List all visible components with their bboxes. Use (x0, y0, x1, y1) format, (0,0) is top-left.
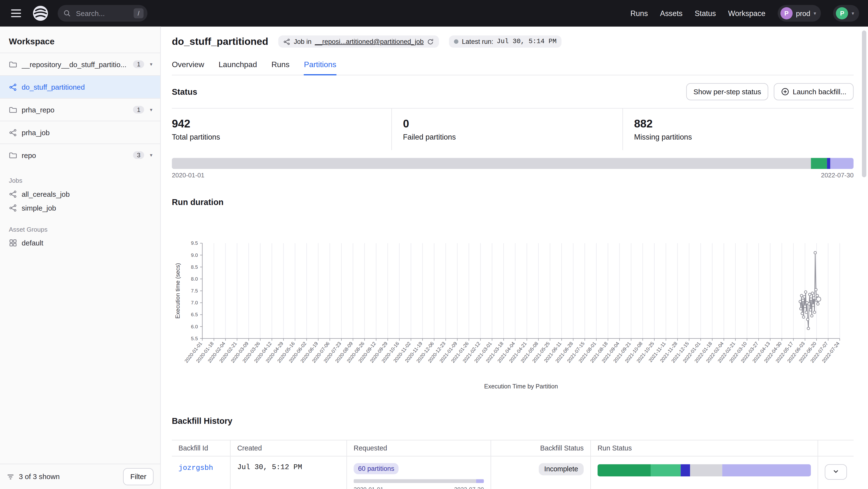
deployment-label: prod (796, 9, 810, 18)
stat-label: Failed partitions (403, 133, 612, 141)
filter-button[interactable]: Filter (123, 468, 153, 485)
sidebar-item-simple-job[interactable]: simple_job (0, 201, 160, 215)
chevron-down-icon[interactable]: ▾ (149, 106, 154, 113)
svg-text:7.5: 7.5 (191, 288, 198, 293)
sidebar-item-repo[interactable]: repo 3 ▾ (0, 143, 160, 166)
backfill-table-header: Backfill Id Created Requested Backfill S… (172, 440, 854, 457)
deployment-avatar: P (780, 7, 793, 20)
plus-circle-icon (781, 88, 789, 96)
job-icon (9, 83, 17, 91)
folder-icon (9, 60, 17, 68)
repo-label: repo (22, 151, 128, 159)
bar-segment (810, 158, 827, 169)
page-title: do_stuff_partitioned (172, 36, 269, 47)
sidebar-title: Workspace (0, 27, 160, 53)
table-row: jozrgsbh Jul 30, 5:12 PM 60 partitions 2… (172, 457, 854, 489)
backfill-id-link[interactable]: jozrgsbh (179, 463, 213, 472)
requested-range-bar (354, 479, 484, 483)
partition-status-bar[interactable] (172, 158, 854, 169)
sidebar-footer: 3 of 3 shown Filter (0, 463, 160, 489)
svg-text:6.0: 6.0 (191, 324, 198, 329)
job-label: do_stuff_partitioned (22, 83, 153, 91)
search-input[interactable] (75, 8, 131, 18)
bar-segment (597, 464, 651, 477)
app-window: / Runs Assets Status Workspace P prod ▾ … (0, 0, 868, 489)
created-timestamp: Jul 30, 5:12 PM (230, 457, 346, 489)
requested-cell: 60 partitions 2020-01-01 2022-07-30 (346, 457, 491, 489)
jobs-section-label: Jobs (0, 166, 160, 187)
count-badge: 3 (133, 151, 145, 159)
bar-segment (690, 464, 722, 477)
requested-partitions-chip[interactable]: 60 partitions (354, 463, 399, 474)
column-header-run-status: Run Status (590, 440, 817, 456)
nav-link-workspace[interactable]: Workspace (728, 9, 766, 18)
hamburger-menu-icon[interactable] (9, 7, 23, 20)
sidebar-item-prha-repo[interactable]: prha_repo 1 ▾ (0, 98, 160, 121)
stat-value: 942 (172, 118, 380, 130)
nav-link-runs[interactable]: Runs (630, 9, 648, 18)
run-status-dot (454, 39, 459, 44)
expand-row-button[interactable] (825, 464, 847, 480)
show-per-step-status-button[interactable]: Show per-step status (686, 83, 768, 100)
scrollbar-thumb[interactable] (862, 31, 866, 177)
sidebar-item-repository[interactable]: __repository__do_stuff_partitio... 1 ▾ (0, 53, 160, 75)
chevron-down-icon[interactable]: ▾ (149, 151, 154, 159)
asset-group-label: default (22, 239, 43, 247)
stat-failed-partitions: 0 Failed partitions (391, 108, 622, 150)
chevron-down-icon[interactable]: ▾ (149, 60, 154, 68)
sidebar-item-default-asset-group[interactable]: default (0, 236, 160, 250)
partition-bar-dates: 2020-01-01 2022-07-30 (172, 172, 854, 178)
svg-text:8.0: 8.0 (191, 276, 198, 282)
deployment-switcher[interactable]: P prod ▾ (778, 5, 821, 22)
job-badge-prefix: Job in (294, 38, 312, 45)
bar-segment (681, 464, 690, 477)
svg-text:8.5: 8.5 (191, 264, 198, 270)
bar-start-date: 2020-01-01 (172, 172, 205, 178)
search-icon (63, 9, 71, 17)
latest-run-time-link[interactable]: Jul 30, 5:14 PM (497, 38, 556, 45)
tab-overview[interactable]: Overview (172, 60, 204, 75)
stat-value: 0 (403, 118, 612, 130)
sidebar-item-do-stuff-partitioned[interactable]: do_stuff_partitioned (0, 75, 160, 98)
sidebar-item-prha-job[interactable]: prha_job (0, 121, 160, 143)
job-icon (9, 190, 17, 198)
latest-run-label: Latest run: (462, 38, 493, 45)
launch-backfill-button[interactable]: Launch backfill... (774, 83, 854, 100)
job-badge-target-link[interactable]: __reposi...artitioned@partitioned_job (315, 38, 424, 45)
nav-link-assets[interactable]: Assets (660, 9, 683, 18)
job-label: simple_job (22, 204, 56, 212)
job-icon (9, 204, 17, 212)
requested-start-date: 2020-01-01 (354, 486, 383, 489)
workspace-sidebar: Workspace __repository__do_stuff_partiti… (0, 27, 161, 489)
asset-group-icon (9, 239, 17, 247)
repo-label: __repository__do_stuff_partitio... (22, 60, 128, 68)
shown-count-label: 3 of 3 shown (19, 472, 60, 481)
column-header-backfill-status: Backfill Status (491, 440, 590, 456)
job-label: all_cereals_job (22, 190, 70, 198)
repo-label: prha_repo (22, 106, 128, 114)
user-menu[interactable]: P ▾ (833, 5, 859, 22)
bar-segment (354, 479, 476, 483)
launch-backfill-label: Launch backfill... (793, 88, 846, 96)
navbar-left: / (9, 4, 148, 23)
tab-launchpad[interactable]: Launchpad (219, 60, 257, 75)
tab-runs[interactable]: Runs (271, 60, 289, 75)
column-header-actions (817, 440, 854, 456)
bar-segment (722, 464, 811, 477)
run-duration-chart[interactable]: 2020-01-012020-01-182020-02-042020-02-21… (172, 216, 854, 390)
search-box[interactable]: / (58, 5, 147, 22)
nav-link-status[interactable]: Status (695, 9, 716, 18)
run-status-bar[interactable] (597, 464, 811, 477)
count-badge: 1 (133, 60, 145, 68)
stat-missing-partitions: 882 Missing partitions (622, 108, 854, 150)
svg-text:7.0: 7.0 (191, 300, 198, 305)
bar-segment (476, 479, 484, 483)
run-duration-heading: Run duration (172, 197, 854, 207)
sidebar-item-all-cereals-job[interactable]: all_cereals_job (0, 187, 160, 201)
backfill-table: Backfill Id Created Requested Backfill S… (172, 440, 854, 489)
requested-end-date: 2022-07-30 (454, 486, 484, 489)
reload-icon[interactable] (427, 38, 434, 45)
tab-partitions[interactable]: Partitions (304, 60, 336, 75)
dagster-logo-icon[interactable] (31, 4, 50, 23)
stat-total-partitions: 942 Total partitions (172, 108, 391, 150)
